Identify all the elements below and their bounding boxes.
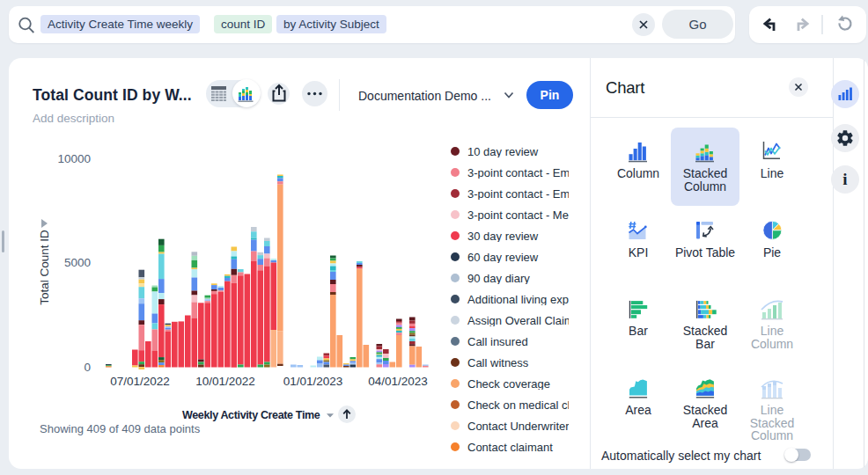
svg-text:07/01/2022: 07/01/2022 bbox=[110, 375, 170, 388]
svg-text:5000: 5000 bbox=[64, 256, 91, 269]
svg-text:01/01/2023: 01/01/2023 bbox=[283, 375, 343, 388]
svg-text:10000: 10000 bbox=[57, 152, 91, 165]
svg-text:Total Count ID: Total Count ID bbox=[38, 230, 51, 305]
svg-text:0: 0 bbox=[84, 361, 91, 374]
svg-text:04/01/2023: 04/01/2023 bbox=[368, 375, 428, 388]
svg-text:10/01/2022: 10/01/2022 bbox=[195, 375, 255, 388]
